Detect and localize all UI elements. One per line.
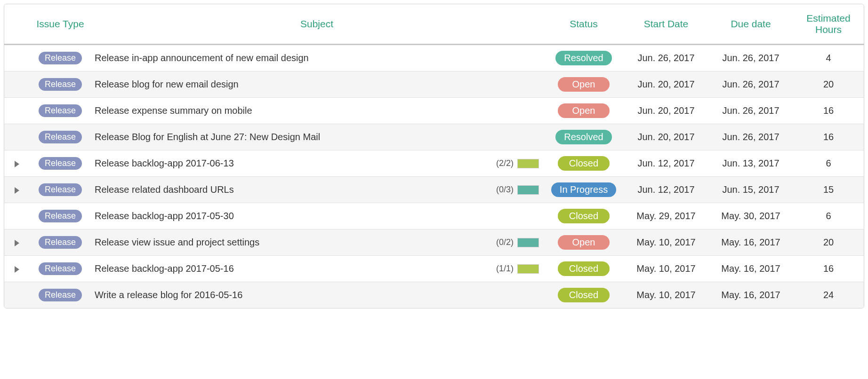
subtask-progress-bar <box>517 159 539 168</box>
subject-text[interactable]: Release view issue and project settings <box>95 237 259 248</box>
subtask-indicator: (0/3) <box>496 185 539 195</box>
subject-text[interactable]: Release related dashboard URLs <box>95 184 234 195</box>
col-header-expand <box>4 4 31 45</box>
issue-table-container: Issue Type Subject Status Start Date Due… <box>4 4 864 308</box>
estimated-hours-cell: 6 <box>793 150 864 177</box>
issue-type-badge: Release <box>39 52 82 64</box>
table-row[interactable]: ReleaseRelease view issue and project se… <box>4 229 864 256</box>
table-row[interactable]: ReleaseRelease backlog-app 2017-05-30Clo… <box>4 203 864 229</box>
issue-type-badge: Release <box>39 104 82 117</box>
subject-cell[interactable]: Release related dashboard URLs(0/3) <box>90 177 544 203</box>
subject-text[interactable]: Release backlog-app 2017-05-16 <box>95 263 234 274</box>
issue-type-cell: Release <box>31 229 90 256</box>
status-cell: Open <box>544 98 624 124</box>
subtask-indicator: (0/2) <box>496 237 539 247</box>
caret-right-icon[interactable] <box>15 266 19 273</box>
status-cell: Closed <box>544 282 624 308</box>
issue-type-cell: Release <box>31 256 90 282</box>
issue-type-cell: Release <box>31 124 90 150</box>
caret-right-icon[interactable] <box>15 240 19 246</box>
subject-cell[interactable]: Release Blog for English at June 27: New… <box>90 124 544 150</box>
start-date-cell: Jun. 20, 2017 <box>624 71 708 98</box>
issue-type-cell: Release <box>31 177 90 203</box>
issue-type-cell: Release <box>31 45 90 71</box>
subject-cell[interactable]: Release blog for new email design <box>90 71 544 98</box>
col-header-start-date[interactable]: Start Date <box>624 4 708 45</box>
subject-text[interactable]: Write a release blog for 2016-05-16 <box>95 290 242 300</box>
start-date-cell: May. 10, 2017 <box>624 256 708 282</box>
table-row[interactable]: ReleaseRelease related dashboard URLs(0/… <box>4 177 864 203</box>
status-cell: Resolved <box>544 45 624 71</box>
issue-type-cell: Release <box>31 98 90 124</box>
subtask-count: (1/1) <box>496 264 514 274</box>
subtask-indicator: (2/2) <box>496 158 539 168</box>
table-row[interactable]: ReleaseRelease expense summary on mobile… <box>4 98 864 124</box>
estimated-hours-cell: 16 <box>793 98 864 124</box>
issue-type-badge: Release <box>39 210 82 222</box>
status-badge: Closed <box>558 156 610 171</box>
subject-cell[interactable]: Write a release blog for 2016-05-16 <box>90 282 544 308</box>
col-header-status[interactable]: Status <box>544 4 624 45</box>
col-header-due-date[interactable]: Due date <box>708 4 793 45</box>
issue-type-badge: Release <box>39 289 82 301</box>
subject-text[interactable]: Release Blog for English at June 27: New… <box>95 132 320 142</box>
status-badge: Open <box>558 77 610 92</box>
subject-cell[interactable]: Release in-app announcement of new email… <box>90 45 544 71</box>
subject-text[interactable]: Release expense summary on mobile <box>95 105 252 116</box>
subject-text[interactable]: Release backlog-app 2017-06-13 <box>95 158 234 169</box>
table-row[interactable]: ReleaseRelease in-app announcement of ne… <box>4 45 864 71</box>
due-date-cell: May. 30, 2017 <box>708 203 793 229</box>
start-date-cell: Jun. 12, 2017 <box>624 150 708 177</box>
subject-cell[interactable]: Release backlog-app 2017-05-30 <box>90 203 544 229</box>
col-header-estimated-hours[interactable]: Estimated Hours <box>793 4 864 45</box>
status-badge: Closed <box>558 209 610 223</box>
subtask-count: (0/3) <box>496 185 514 195</box>
table-row[interactable]: ReleaseRelease Blog for English at June … <box>4 124 864 150</box>
issue-type-badge: Release <box>39 183 82 196</box>
table-row[interactable]: ReleaseRelease backlog-app 2017-05-16(1/… <box>4 256 864 282</box>
subtask-progress-bar <box>517 264 539 274</box>
expand-cell[interactable] <box>4 229 31 256</box>
start-date-cell: May. 10, 2017 <box>624 282 708 308</box>
expand-cell[interactable] <box>4 150 31 177</box>
subject-cell[interactable]: Release expense summary on mobile <box>90 98 544 124</box>
expand-cell <box>4 124 31 150</box>
subject-cell[interactable]: Release backlog-app 2017-05-16(1/1) <box>90 256 544 282</box>
subject-cell[interactable]: Release view issue and project settings(… <box>90 229 544 256</box>
caret-right-icon[interactable] <box>15 187 19 194</box>
due-date-cell: May. 16, 2017 <box>708 256 793 282</box>
subtask-progress-fill <box>518 265 538 273</box>
status-badge: In Progress <box>551 182 616 197</box>
expand-cell[interactable] <box>4 177 31 203</box>
subject-cell[interactable]: Release backlog-app 2017-06-13(2/2) <box>90 150 544 177</box>
estimated-hours-cell: 20 <box>793 229 864 256</box>
expand-cell <box>4 203 31 229</box>
issue-table: Issue Type Subject Status Start Date Due… <box>4 4 864 308</box>
subject-text[interactable]: Release blog for new email design <box>95 79 239 90</box>
col-header-issue-type[interactable]: Issue Type <box>31 4 90 45</box>
due-date-cell: Jun. 13, 2017 <box>708 150 793 177</box>
subject-text[interactable]: Release in-app announcement of new email… <box>95 53 309 63</box>
col-header-subject[interactable]: Subject <box>90 4 544 45</box>
status-badge: Open <box>558 235 610 250</box>
status-cell: Closed <box>544 150 624 177</box>
table-row[interactable]: ReleaseRelease blog for new email design… <box>4 71 864 98</box>
status-cell: Closed <box>544 256 624 282</box>
table-row[interactable]: ReleaseRelease backlog-app 2017-06-13(2/… <box>4 150 864 177</box>
status-badge: Resolved <box>555 130 611 144</box>
status-cell: Open <box>544 229 624 256</box>
start-date-cell: Jun. 20, 2017 <box>624 98 708 124</box>
estimated-hours-cell: 15 <box>793 177 864 203</box>
start-date-cell: May. 29, 2017 <box>624 203 708 229</box>
issue-type-cell: Release <box>31 203 90 229</box>
subtask-progress-fill <box>518 238 538 247</box>
subject-text[interactable]: Release backlog-app 2017-05-30 <box>95 211 234 221</box>
due-date-cell: Jun. 26, 2017 <box>708 124 793 150</box>
table-row[interactable]: ReleaseWrite a release blog for 2016-05-… <box>4 282 864 308</box>
status-badge: Closed <box>558 261 610 276</box>
subtask-progress-bar <box>517 238 539 247</box>
subtask-count: (2/2) <box>496 158 514 168</box>
issue-type-cell: Release <box>31 150 90 177</box>
expand-cell[interactable] <box>4 256 31 282</box>
caret-right-icon[interactable] <box>15 161 19 167</box>
